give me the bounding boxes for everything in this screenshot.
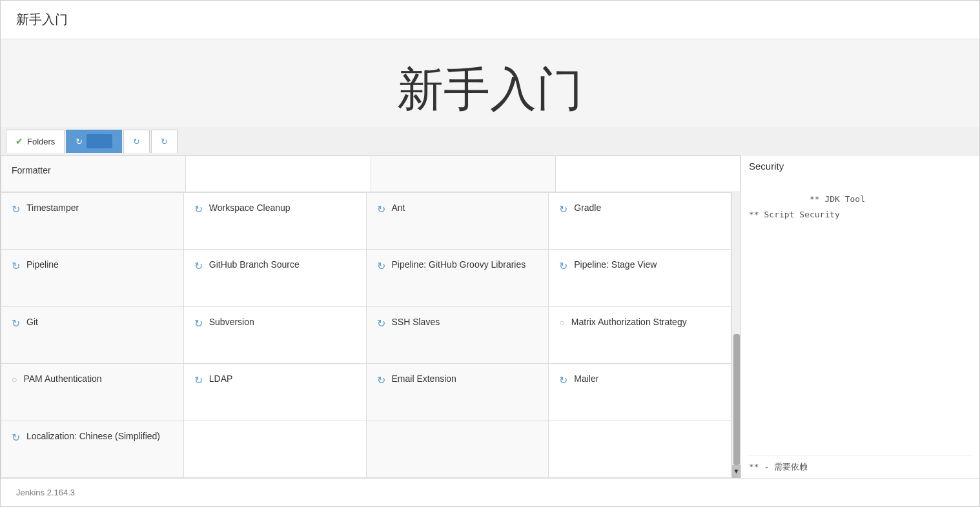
sync-icon: ↻ (12, 203, 20, 215)
empty-cell (184, 421, 367, 478)
plugin-name: Matrix Authorization Strategy (571, 316, 687, 329)
list-item[interactable]: ↻ Mailer (549, 364, 731, 421)
formatter-cell: Formatter (1, 156, 186, 192)
plugin-name: Pipeline (26, 259, 59, 272)
plugin-name: Workspace Cleanup (209, 202, 291, 215)
sync-icon: ↻ (12, 317, 20, 330)
scrollbar[interactable]: ▼ (731, 192, 740, 478)
formatter-label: Formatter (12, 165, 51, 175)
list-item[interactable]: ↻ Workspace Cleanup (184, 193, 367, 250)
version-label: Jenkins 2.164.3 (16, 488, 75, 497)
tab-active-indicator (87, 134, 112, 148)
plugin-name: Gradle (574, 202, 601, 215)
list-item[interactable]: ○ Matrix Authorization Strategy (549, 307, 731, 364)
sync-icon-1: ↻ (76, 137, 83, 146)
hero-section: 新手入门 (1, 39, 979, 127)
scroll-down-button[interactable]: ▼ (732, 465, 741, 478)
tabs-and-grid: ✔ Folders ↻ ↻ ↻ (1, 127, 979, 478)
list-item[interactable]: ↻ Ant (367, 193, 549, 250)
list-item[interactable]: ↻ Gradle (549, 193, 731, 250)
jdk-tool-line: ** JDK Tool (810, 194, 865, 204)
circle-icon: ○ (12, 374, 17, 384)
sync-icon: ↻ (559, 374, 567, 386)
list-item[interactable]: ↻ GitHub Branch Source (184, 250, 367, 306)
right-panel: Security ** JDK Tool ** Script Security … (740, 155, 979, 478)
check-icon: ✔ (15, 136, 23, 146)
content-area: Formatter ↻ Timestamper (1, 155, 979, 478)
sync-icon: ↻ (377, 317, 385, 330)
list-item[interactable]: ↻ Localization: Chinese (Simplified) (1, 421, 184, 478)
list-item[interactable]: ↻ Pipeline: GitHub Groovy Libraries (367, 250, 549, 306)
title-bar: 新手入门 (1, 1, 979, 39)
scrollbar-thumb[interactable] (733, 334, 740, 465)
list-item[interactable]: ↻ Pipeline: Stage View (549, 250, 731, 306)
plugin-name: Subversion (209, 316, 254, 329)
sync-icon-3: ↻ (161, 137, 168, 146)
dependency-note: ** - 需要依赖 (749, 462, 808, 472)
script-security-line: ** Script Security (749, 210, 840, 219)
main-window: 新手入门 新手入门 ✔ Folders ↻ ↻ (0, 0, 980, 507)
sync-icon: ↻ (559, 260, 567, 272)
empty-header-4 (556, 156, 740, 192)
list-item[interactable]: ↻ Timestamper (1, 193, 184, 250)
sync-icon: ↻ (12, 260, 20, 272)
tab-folders[interactable]: ✔ Folders (6, 130, 65, 153)
tab-build-timestamper[interactable]: ↻ (123, 130, 150, 153)
right-panel-note: ** - 需要依赖 (749, 455, 972, 473)
plugin-name: LDAP (209, 373, 233, 386)
empty-header-2 (186, 156, 371, 192)
plugin-name: Localization: Chinese (Simplified) (26, 430, 160, 443)
plugin-name: GitHub Branch Source (209, 259, 300, 272)
sync-icon: ↻ (12, 432, 20, 444)
grid-with-scrollbar: ↻ Timestamper ↻ Workspace Cleanup ↻ Ant (1, 192, 740, 478)
plugin-name: Git (26, 316, 38, 329)
list-item[interactable]: ↻ SSH Slaves (367, 307, 549, 364)
list-item[interactable]: ↻ Git (1, 307, 184, 364)
empty-cell (367, 421, 549, 478)
list-item[interactable]: ↻ Email Extension (367, 364, 549, 421)
plugins-grid: ↻ Timestamper ↻ Workspace Cleanup ↻ Ant (1, 192, 731, 478)
right-panel-spacer (749, 237, 972, 455)
tabs-row: ✔ Folders ↻ ↻ ↻ (1, 127, 979, 155)
footer: Jenkins 2.164.3 (1, 478, 979, 506)
list-item[interactable]: ○ PAM Authentication (1, 364, 184, 421)
hero-title: 新手入门 (1, 59, 979, 121)
sync-icon: ↻ (194, 317, 203, 330)
plugin-name: Email Extension (392, 373, 456, 386)
security-section-header: Security (749, 161, 972, 172)
sync-icon: ↻ (377, 260, 385, 272)
sync-icon: ↻ (377, 203, 385, 215)
sync-icon: ↻ (194, 260, 203, 272)
list-item[interactable]: ↻ Pipeline (1, 250, 184, 306)
window-title: 新手入门 (16, 11, 68, 28)
tab-cwscm[interactable]: ↻ (66, 130, 122, 153)
main-content: 新手入门 ✔ Folders ↻ ↻ ↻ (1, 39, 979, 478)
plugin-name: PAM Authentication (23, 373, 101, 386)
sync-icon-2: ↻ (133, 137, 140, 146)
tab-credentials-binding[interactable]: ↻ (151, 130, 178, 153)
plugin-name: Pipeline: Stage View (574, 259, 657, 272)
grid-header-row: Formatter (1, 155, 740, 192)
list-item[interactable]: ↻ Subversion (184, 307, 367, 364)
plugins-grid-container: Formatter ↻ Timestamper (1, 155, 740, 478)
security-label: Security (749, 161, 784, 172)
right-panel-content: ** JDK Tool ** Script Security (749, 177, 972, 237)
empty-cell (549, 421, 731, 478)
plugin-name: Mailer (574, 373, 598, 386)
empty-header-3 (371, 156, 556, 192)
list-item[interactable]: ↻ LDAP (184, 364, 367, 421)
plugin-name: Timestamper (26, 202, 79, 215)
circle-icon: ○ (559, 317, 564, 328)
tab-folders-label: Folders (27, 137, 55, 146)
sync-icon: ↻ (559, 203, 567, 215)
plugin-name: SSH Slaves (392, 316, 440, 329)
plugin-name: Ant (392, 202, 405, 215)
sync-icon: ↻ (194, 374, 203, 386)
plugin-name: Pipeline: GitHub Groovy Libraries (392, 259, 526, 272)
sync-icon: ↻ (377, 374, 385, 386)
sync-icon: ↻ (194, 203, 203, 215)
